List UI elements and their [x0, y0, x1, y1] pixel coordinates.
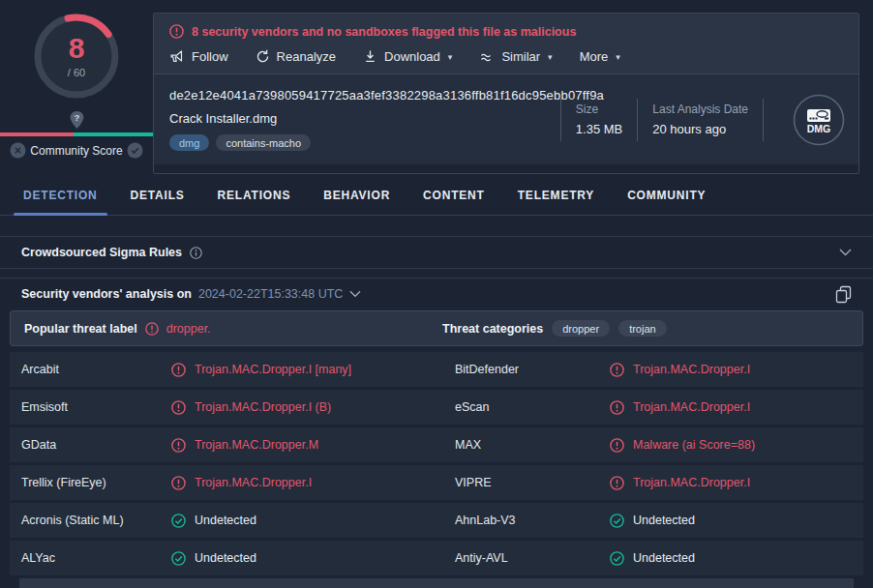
similar-icon: [479, 50, 495, 64]
community-score-pin: ?: [69, 108, 85, 130]
similar-button[interactable]: Similar ▾: [479, 49, 552, 64]
follow-button[interactable]: Follow: [169, 49, 228, 64]
caret-down-icon: ▾: [616, 52, 620, 62]
size-value: 1.35 MB: [576, 122, 622, 136]
warning-icon: [169, 24, 184, 39]
tag-contains-macho[interactable]: contains-macho: [216, 134, 311, 151]
detection-result: Trojan.MAC.Dropper.I: [610, 476, 863, 490]
check-circle-icon: [610, 514, 624, 528]
vendor-name: Emsisoft: [21, 400, 171, 414]
warning-icon: [610, 438, 624, 453]
result-text: Trojan.MAC.Dropper.I: [633, 400, 750, 414]
sigma-rules-section[interactable]: Crowdsourced Sigma Rules: [0, 236, 873, 269]
category-pill-trojan[interactable]: trojan: [618, 320, 667, 337]
warning-icon: [171, 400, 186, 415]
warning-icon: [610, 476, 624, 490]
tab-telemetry[interactable]: TELEMETRY: [518, 189, 594, 215]
detection-gauge: 8 / 60: [30, 10, 123, 103]
reanalyze-button[interactable]: Reanalyze: [256, 49, 336, 64]
verdict-text: 8 security vendors and no sandboxes flag…: [192, 25, 576, 39]
divider: [637, 99, 638, 141]
result-text: Undetected: [195, 514, 256, 527]
popular-threat-value: dropper.: [166, 322, 211, 336]
warning-icon: [171, 438, 186, 453]
vendor-name: BitDefender: [455, 363, 610, 376]
info-icon[interactable]: [190, 247, 202, 259]
vendor-name: MAX: [455, 438, 610, 452]
chevron-down-icon[interactable]: [349, 290, 361, 298]
copy-results-button[interactable]: [835, 285, 852, 304]
last-analysis-block: Last Analysis Date 20 hours ago: [652, 103, 748, 136]
vendor-name: Acronis (Static ML): [21, 514, 171, 527]
follow-label: Follow: [192, 49, 228, 64]
question-pin-icon: ?: [69, 110, 85, 130]
dmg-file-type-icon: DMG: [793, 94, 845, 146]
detection-result: Trojan.MAC.Dropper.I (B): [171, 400, 455, 415]
sigma-collapse-toggle[interactable]: [839, 249, 852, 256]
tab-community[interactable]: COMMUNITY: [627, 189, 706, 215]
warning-icon: [145, 322, 159, 336]
size-label: Size: [576, 103, 622, 116]
warning-icon: [171, 363, 186, 377]
copy-icon: [835, 285, 852, 304]
vendors-table: Arcabit Trojan.MAC.Dropper.I [many] BitD…: [10, 352, 863, 588]
file-type-badge: DMG: [793, 94, 845, 146]
result-text: Trojan.MAC.Dropper.I [many]: [195, 363, 351, 376]
table-row: Trellix (FireEye) Trojan.MAC.Dropper.I V…: [10, 465, 863, 500]
analysis-title: Security vendors' analysis on: [21, 287, 192, 301]
file-type-text: DMG: [807, 123, 831, 134]
tab-detection[interactable]: DETECTION: [23, 189, 98, 215]
detection-result: Trojan.MAC.Dropper.I: [610, 363, 863, 377]
result-text: Malware (ai Score=88): [633, 438, 755, 452]
verdict-banner: 8 security vendors and no sandboxes flag…: [154, 14, 858, 74]
result-text: Trojan.MAC.Dropper.M: [195, 438, 318, 452]
vendor-name: Arcabit: [21, 363, 171, 376]
more-button[interactable]: More ▾: [580, 49, 620, 64]
detection-total: / 60: [68, 67, 85, 78]
tab-content[interactable]: CONTENT: [423, 189, 485, 215]
vendor-name: eScan: [455, 400, 610, 414]
tab-behavior[interactable]: BEHAVIOR: [323, 189, 390, 215]
file-info: de2e12e4041a7398059417725aa3fef3382298a3…: [154, 74, 858, 164]
file-name[interactable]: Crack Installer.dmg: [169, 111, 546, 126]
result-text: Trojan.MAC.Dropper.I (B): [195, 400, 331, 414]
category-pill-dropper[interactable]: dropper: [552, 320, 610, 337]
caret-down-icon: ▾: [548, 52, 553, 62]
tab-details[interactable]: DETAILS: [131, 189, 185, 215]
sigma-rules-title: Crowdsourced Sigma Rules: [21, 246, 182, 259]
table-row: ALYac Undetected Antiy-AVL Undetected: [10, 541, 863, 575]
detection-result: Malware (ai Score=88): [610, 438, 863, 453]
tab-bar: DETECTION DETAILS RELATIONS BEHAVIOR CON…: [0, 189, 873, 216]
tab-relations[interactable]: RELATIONS: [218, 189, 291, 215]
upvote-check-icon[interactable]: [127, 142, 143, 159]
analysis-date-dropdown[interactable]: 2024-02-22T15:33:48 UTC: [198, 287, 343, 301]
chevron-down-icon: [839, 249, 852, 256]
svg-text:?: ?: [74, 112, 79, 123]
detection-result: Undetected: [610, 551, 863, 566]
last-analysis-value: 20 hours ago: [652, 122, 748, 136]
vendor-name: ALYac: [21, 551, 171, 565]
more-label: More: [580, 49, 609, 64]
file-hash[interactable]: de2e12e4041a7398059417725aa3fef3382298a3…: [169, 88, 546, 103]
download-button[interactable]: Download ▾: [363, 49, 452, 64]
refresh-icon: [256, 49, 270, 64]
file-size-block: Size 1.35 MB: [576, 103, 622, 136]
community-score-label: Community Score: [30, 144, 122, 158]
divider: [763, 99, 764, 141]
detection-score: 8: [69, 34, 85, 63]
similar-label: Similar: [501, 49, 540, 64]
vendor-name: VIPRE: [455, 476, 610, 489]
result-text: Trojan.MAC.Dropper.I: [633, 476, 750, 489]
warning-icon: [171, 476, 186, 490]
detection-result: Undetected: [610, 514, 863, 528]
tag-dmg[interactable]: dmg: [169, 134, 209, 151]
megaphone-icon: [169, 49, 185, 64]
table-row: Acronis (Static ML) Undetected AhnLab-V3…: [10, 503, 863, 538]
header-section: 8 / 60 ? Community Score: [0, 0, 873, 174]
downvote-x-icon[interactable]: [10, 142, 26, 159]
result-text: Trojan.MAC.Dropper.I: [195, 476, 312, 489]
vendor-name: GData: [21, 438, 171, 452]
detection-result: Trojan.MAC.Dropper.I: [610, 400, 863, 415]
table-row: Arcabit Trojan.MAC.Dropper.I [many] BitD…: [10, 352, 863, 387]
detection-result: Trojan.MAC.Dropper.I [many]: [171, 363, 455, 377]
